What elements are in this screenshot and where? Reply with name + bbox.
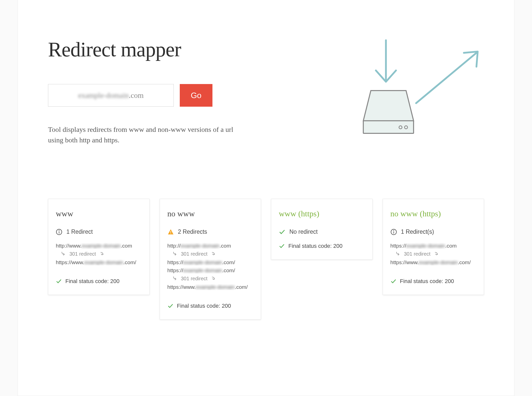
redirect-label: 301 redirect bbox=[181, 251, 208, 257]
svg-rect-12 bbox=[393, 231, 394, 233]
result-card: www (https)No redirectFinal status code:… bbox=[271, 199, 373, 260]
redirect-label: 301 redirect bbox=[181, 276, 208, 282]
final-status-row: Final status code: 200 bbox=[167, 303, 253, 309]
check-icon bbox=[279, 229, 285, 235]
chain-url: https://www.example-domain.com/ bbox=[390, 259, 476, 265]
chain-redirect-step: 301 redirect bbox=[172, 275, 253, 282]
svg-rect-9 bbox=[170, 233, 171, 234]
card-title: www (https) bbox=[279, 209, 365, 218]
redirect-count-text: 1 Redirect(s) bbox=[401, 228, 434, 235]
chain-url: http://www.example-domain.com bbox=[56, 243, 142, 249]
svg-point-6 bbox=[59, 230, 59, 231]
chain-redirect-step: 301 redirect bbox=[172, 251, 253, 257]
chain-url: https://www.example-domain.com/ bbox=[56, 259, 142, 265]
svg-rect-7 bbox=[59, 231, 59, 233]
redirect-count-text: No redirect bbox=[289, 228, 318, 235]
hero-section: Redirect mapper example-domain.com Go To… bbox=[48, 38, 484, 148]
svg-point-11 bbox=[393, 230, 394, 231]
redirect-chain: http://example-domain.com301 redirecthtt… bbox=[167, 243, 253, 290]
final-status-text: Final status code: 200 bbox=[177, 303, 231, 309]
app-container: Redirect mapper example-domain.com Go To… bbox=[18, 0, 514, 396]
check-icon bbox=[390, 278, 396, 284]
chain-url: https://example-domain.com bbox=[390, 243, 476, 249]
card-title: www bbox=[56, 209, 142, 218]
go-button[interactable]: Go bbox=[180, 84, 212, 107]
chain-redirect-step: 301 redirect bbox=[60, 251, 142, 257]
final-status-text: Final status code: 200 bbox=[65, 278, 119, 285]
redirect-arrow-in-icon bbox=[395, 251, 401, 257]
redirect-chain: http://www.example-domain.com301 redirec… bbox=[56, 243, 142, 265]
hero-illustration bbox=[343, 38, 484, 148]
info-icon bbox=[390, 229, 397, 235]
result-card: www1 Redirecthttp://www.example-domain.c… bbox=[48, 199, 150, 295]
redirect-arrow-out-icon bbox=[433, 251, 439, 257]
final-status-text: Final status code: 200 bbox=[400, 278, 454, 285]
input-row: example-domain.com Go bbox=[48, 84, 274, 107]
card-title: no www (https) bbox=[390, 209, 476, 218]
chain-redirect-step: 301 redirect bbox=[395, 251, 476, 257]
redirect-count-text: 2 Redirects bbox=[178, 228, 207, 235]
redirect-label: 301 redirect bbox=[404, 251, 431, 257]
redirect-arrow-out-icon bbox=[210, 275, 216, 282]
chain-url: https://www.example-domain.com/ bbox=[167, 284, 253, 290]
svg-rect-8 bbox=[170, 231, 171, 233]
results-cards: www1 Redirecthttp://www.example-domain.c… bbox=[48, 199, 484, 320]
final-status-row: Final status code: 200 bbox=[390, 278, 476, 285]
final-status-row: Final status code: 200 bbox=[279, 243, 365, 249]
redirect-count-row: 1 Redirect bbox=[56, 228, 142, 235]
redirect-arrow-out-icon bbox=[99, 251, 105, 257]
svg-line-1 bbox=[416, 53, 476, 103]
redirect-count-text: 1 Redirect bbox=[66, 228, 93, 235]
chain-url: https://example-domain.com/ bbox=[167, 267, 253, 273]
page-title: Redirect mapper bbox=[48, 38, 274, 61]
warning-icon bbox=[167, 229, 174, 235]
redirect-count-row: 1 Redirect(s) bbox=[390, 228, 476, 235]
redirect-arrow-in-icon bbox=[60, 251, 66, 257]
svg-rect-2 bbox=[363, 121, 414, 133]
check-icon bbox=[167, 303, 173, 309]
redirect-count-row: No redirect bbox=[279, 228, 365, 235]
result-card: no www (https)1 Redirect(s)https://examp… bbox=[383, 199, 484, 295]
check-icon bbox=[56, 278, 62, 284]
result-card: no www2 Redirectshttp://example-domain.c… bbox=[160, 199, 261, 320]
info-icon bbox=[56, 229, 62, 235]
chain-url: http://example-domain.com bbox=[167, 243, 253, 249]
redirect-arrow-in-icon bbox=[172, 275, 178, 282]
card-title: no www bbox=[167, 209, 253, 218]
redirect-arrow-in-icon bbox=[172, 251, 178, 257]
final-status-text: Final status code: 200 bbox=[288, 243, 342, 249]
final-status-row: Final status code: 200 bbox=[56, 278, 142, 285]
check-icon bbox=[279, 243, 285, 249]
hero-left: Redirect mapper example-domain.com Go To… bbox=[48, 38, 274, 145]
page-description: Tool displays redirects from www and non… bbox=[48, 124, 239, 145]
chain-url: https://example-domain.com/ bbox=[167, 259, 253, 265]
redirect-label: 301 redirect bbox=[69, 251, 96, 257]
redirect-count-row: 2 Redirects bbox=[167, 228, 253, 235]
redirect-arrow-out-icon bbox=[210, 251, 216, 257]
url-input[interactable] bbox=[48, 84, 174, 107]
redirect-chain: https://example-domain.com301 redirectht… bbox=[390, 243, 476, 265]
